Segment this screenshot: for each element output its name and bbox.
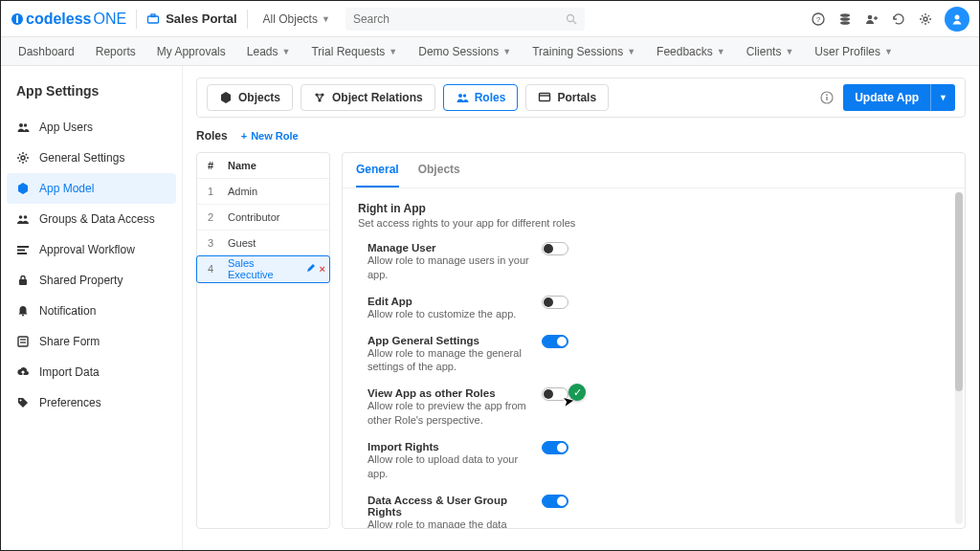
svg-rect-24 xyxy=(18,337,28,346)
portal-selector[interactable]: Sales Portal xyxy=(146,11,236,26)
perm-import-rights: Import RightsAllow role to upload data t… xyxy=(358,441,949,481)
tab-general[interactable]: General xyxy=(356,153,399,187)
cloud-icon xyxy=(16,365,32,379)
nav-leads[interactable]: Leads▼ xyxy=(247,45,291,58)
nav-training-sessions[interactable]: Training Sessions▼ xyxy=(532,45,635,58)
database-icon[interactable] xyxy=(837,11,853,27)
svg-point-31 xyxy=(458,94,462,98)
portal-icon xyxy=(538,91,551,104)
model-tab-roles[interactable]: Roles xyxy=(443,84,519,111)
sidebar-item-notification[interactable]: Notification xyxy=(1,296,182,326)
perm-edit-app: Edit AppAllow role to customize the app. xyxy=(358,296,949,321)
search-icon xyxy=(566,13,577,25)
svg-rect-22 xyxy=(19,279,27,285)
role-row[interactable]: 2Contributor xyxy=(197,205,329,231)
sidebar-item-approval-workflow[interactable]: Approval Workflow xyxy=(1,234,182,265)
delete-icon[interactable]: × xyxy=(320,263,325,275)
role-row[interactable]: 4Sales Executive× xyxy=(197,256,329,282)
user-avatar[interactable] xyxy=(945,7,969,32)
model-tab-object-relations[interactable]: Object Relations xyxy=(301,84,435,111)
svg-rect-33 xyxy=(540,94,550,101)
svg-rect-1 xyxy=(16,15,18,23)
svg-point-17 xyxy=(19,215,23,219)
svg-point-14 xyxy=(19,123,23,127)
svg-rect-37 xyxy=(826,97,827,100)
svg-point-8 xyxy=(840,13,850,17)
role-row[interactable]: 1Admin xyxy=(197,179,329,205)
sidebar-item-shared-property[interactable]: Shared Property xyxy=(1,265,182,296)
sidebar-item-general-settings[interactable]: General Settings xyxy=(1,143,182,173)
perm-manage-user: Manage UserAllow role to manage users in… xyxy=(358,242,949,282)
svg-rect-20 xyxy=(17,250,25,252)
toggle[interactable] xyxy=(542,387,568,401)
history-icon[interactable] xyxy=(891,11,906,27)
svg-point-12 xyxy=(924,17,927,21)
search-input[interactable] xyxy=(353,12,566,26)
top-right-tools: ? xyxy=(811,7,969,32)
perm-view-app-as-other-roles: View App as other RolesAllow role to pre… xyxy=(358,387,949,428)
roles-list: # Name 1Admin2Contributor3Guest4Sales Ex… xyxy=(196,152,330,529)
svg-point-13 xyxy=(955,14,960,19)
scrollbar[interactable] xyxy=(955,192,963,524)
settings-icon[interactable] xyxy=(918,11,933,27)
svg-point-4 xyxy=(567,14,573,21)
svg-point-32 xyxy=(463,94,466,97)
role-row[interactable]: 3Guest xyxy=(197,231,329,256)
rights-title: Right in App xyxy=(358,202,949,215)
update-app-caret[interactable]: ▼ xyxy=(930,84,955,111)
svg-point-27 xyxy=(20,400,22,402)
svg-point-23 xyxy=(22,315,24,317)
tab-objects[interactable]: Objects xyxy=(418,153,460,187)
edit-icon[interactable] xyxy=(306,263,316,275)
perm-app-general-settings: App General SettingsAllow role to manage… xyxy=(358,335,949,375)
global-search[interactable] xyxy=(345,8,585,31)
col-name: Name xyxy=(224,153,329,178)
check-icon: ✓ xyxy=(568,384,586,401)
sidebar-item-app-users[interactable]: App Users xyxy=(1,112,182,143)
model-tab-objects[interactable]: Objects xyxy=(207,84,293,111)
sidebar-item-groups-data-access[interactable]: Groups & Data Access xyxy=(1,204,182,234)
nav-demo-sessions[interactable]: Demo Sessions▼ xyxy=(418,45,511,58)
new-role-button[interactable]: +New Role xyxy=(241,130,299,142)
breadcrumb-row: Roles +New Role xyxy=(196,129,966,143)
rights-panel: Right in App Set access rights to your a… xyxy=(343,188,965,528)
sidebar-item-import-data[interactable]: Import Data xyxy=(1,357,182,387)
help-icon[interactable]: ? xyxy=(811,11,826,27)
rel-icon xyxy=(313,91,326,104)
nav-feedbacks[interactable]: Feedbacks▼ xyxy=(657,45,725,58)
toggle[interactable] xyxy=(542,441,568,454)
toggle[interactable] xyxy=(542,335,568,348)
add-user-icon[interactable] xyxy=(864,11,880,27)
nav-clients[interactable]: Clients▼ xyxy=(746,45,794,58)
form-icon xyxy=(16,335,32,348)
nav-my-approvals[interactable]: My Approvals xyxy=(157,45,226,58)
users-icon xyxy=(16,121,32,134)
flow-icon xyxy=(16,243,32,256)
briefcase-icon xyxy=(146,12,160,26)
update-app-button[interactable]: Update App xyxy=(843,84,930,111)
nav-reports[interactable]: Reports xyxy=(96,45,136,58)
info-icon[interactable] xyxy=(820,91,834,104)
svg-text:?: ? xyxy=(816,15,821,24)
model-tab-portals[interactable]: Portals xyxy=(525,84,609,111)
svg-rect-19 xyxy=(17,246,29,248)
nav-user-profiles[interactable]: User Profiles▼ xyxy=(814,45,893,58)
object-picker[interactable]: All Objects▼ xyxy=(257,12,336,26)
svg-point-36 xyxy=(826,94,828,96)
top-bar: codelessONE Sales Portal All Objects▼ ? xyxy=(1,1,979,37)
gear-icon xyxy=(16,151,32,165)
toggle[interactable] xyxy=(542,242,568,255)
nav-dashboard[interactable]: Dashboard xyxy=(18,45,75,58)
nav-trial-requests[interactable]: Trial Requests▼ xyxy=(311,45,397,58)
lock-icon xyxy=(16,274,32,287)
cube-icon xyxy=(16,182,32,195)
sidebar-item-app-model[interactable]: App Model xyxy=(7,173,176,204)
sidebar-title: App Settings xyxy=(1,77,182,112)
sidebar-item-share-form[interactable]: Share Form xyxy=(1,326,182,357)
svg-rect-3 xyxy=(151,14,155,17)
svg-point-18 xyxy=(24,215,28,219)
settings-sidebar: App Settings App UsersGeneral SettingsAp… xyxy=(1,66,183,550)
toggle[interactable] xyxy=(542,296,568,309)
sidebar-item-preferences[interactable]: Preferences xyxy=(1,387,182,418)
toggle[interactable] xyxy=(542,495,568,508)
